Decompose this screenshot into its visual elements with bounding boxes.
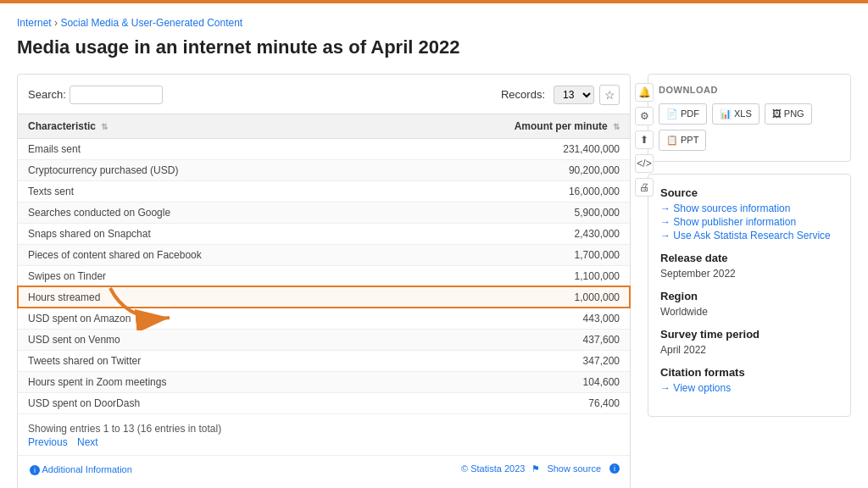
table-row[interactable]: Hours streamed 1,000,000 bbox=[18, 286, 630, 308]
table-row[interactable]: Swipes on Tinder 1,100,000 bbox=[18, 265, 630, 286]
col-characteristic-header[interactable]: Characteristic ⇅ bbox=[18, 114, 389, 138]
table-footer: Showing entries 1 to 13 (16 entries in t… bbox=[18, 414, 630, 452]
region-section: Region Worldwide bbox=[660, 290, 838, 318]
cell-amount: 1,100,000 bbox=[389, 265, 630, 286]
records-label: Records: bbox=[501, 88, 545, 101]
cell-amount: 231,400,000 bbox=[389, 138, 630, 159]
share-button[interactable]: ⬆ bbox=[635, 130, 654, 149]
download-pdf-button[interactable]: 📄 PDF bbox=[659, 103, 707, 125]
citation-section: Citation formats View options bbox=[660, 366, 838, 394]
search-label: Search: bbox=[28, 88, 66, 101]
page-title: Media usage in an internet minute as of … bbox=[17, 36, 851, 60]
cell-amount: 5,900,000 bbox=[389, 202, 630, 223]
data-table: Characteristic ⇅ Amount per minute ⇅ Ema… bbox=[18, 114, 630, 414]
table-row[interactable]: Cryptocurrency purchased (USD) 90,200,00… bbox=[18, 159, 630, 180]
cell-amount: 347,200 bbox=[389, 350, 630, 371]
survey-period-value: April 2022 bbox=[660, 344, 838, 356]
table-row[interactable]: Snaps shared on Snapchat 2,430,000 bbox=[18, 223, 630, 244]
cell-characteristic: USD spent on Amazon bbox=[18, 308, 389, 329]
print-button[interactable]: 🖨 bbox=[635, 178, 654, 197]
flag-icon: ⚑ bbox=[531, 463, 540, 474]
cell-characteristic: Pieces of content shared on Facebook bbox=[18, 244, 389, 265]
cell-amount: 16,000,000 bbox=[389, 180, 630, 202]
entries-count: Showing entries 1 to 13 (16 entries in t… bbox=[28, 423, 620, 435]
records-select[interactable]: 13 25 50 bbox=[554, 86, 594, 104]
release-date-value: September 2022 bbox=[660, 268, 838, 280]
embed-button[interactable]: </> bbox=[635, 154, 654, 173]
cell-characteristic: Texts sent bbox=[18, 180, 389, 202]
cell-characteristic: Hours streamed bbox=[18, 286, 389, 308]
citation-link[interactable]: View options bbox=[660, 382, 838, 394]
cell-characteristic: Cryptocurrency purchased (USD) bbox=[18, 159, 389, 180]
show-source-link[interactable]: Show source bbox=[547, 463, 601, 474]
source-info-icon: i bbox=[609, 463, 620, 474]
prev-link[interactable]: Previous bbox=[28, 436, 68, 448]
sort-arrows-amount: ⇅ bbox=[613, 122, 620, 131]
source-title: Source bbox=[660, 186, 838, 199]
bell-button[interactable]: 🔔 bbox=[635, 83, 654, 102]
table-row[interactable]: Hours spent in Zoom meetings 104,600 bbox=[18, 371, 630, 392]
cell-amount: 1,700,000 bbox=[389, 244, 630, 265]
show-sources-link[interactable]: Show sources information bbox=[660, 202, 838, 214]
data-table-container: Search: Records: 13 25 50 ☆ bbox=[17, 74, 631, 488]
bookmark-button[interactable]: ☆ bbox=[599, 85, 620, 105]
cell-characteristic: Hours spent in Zoom meetings bbox=[18, 371, 389, 392]
download-xls-button[interactable]: 📊 XLS bbox=[712, 103, 760, 125]
cell-characteristic: Searches conducted on Google bbox=[18, 202, 389, 223]
cell-amount: 2,430,000 bbox=[389, 223, 630, 244]
table-row[interactable]: Tweets shared on Twitter 347,200 bbox=[18, 350, 630, 371]
download-title: DOWNLOAD bbox=[659, 85, 840, 95]
png-label: PNG bbox=[784, 108, 804, 119]
additional-info-link[interactable]: i Additional Information bbox=[28, 464, 132, 474]
release-date-title: Release date bbox=[660, 252, 838, 264]
cell-characteristic: USD spent on DoorDash bbox=[18, 392, 389, 413]
cell-amount: 90,200,000 bbox=[389, 159, 630, 180]
breadcrumb-social-media[interactable]: Social Media & User-Generated Content bbox=[60, 17, 242, 29]
info-circle-icon: i bbox=[30, 465, 40, 475]
cell-amount: 104,600 bbox=[389, 371, 630, 392]
region-title: Region bbox=[660, 290, 838, 302]
table-row[interactable]: Emails sent 231,400,000 bbox=[18, 138, 630, 159]
source-section: Source Show sources information Show pub… bbox=[660, 186, 838, 241]
cell-characteristic: Emails sent bbox=[18, 138, 389, 159]
show-publisher-link[interactable]: Show publisher information bbox=[660, 216, 838, 228]
col-amount-header[interactable]: Amount per minute ⇅ bbox=[389, 114, 630, 138]
breadcrumb: Internet › Social Media & User-Generated… bbox=[17, 17, 851, 29]
table-wrapper: Characteristic ⇅ Amount per minute ⇅ Ema… bbox=[18, 114, 630, 414]
info-box: Source Show sources information Show pub… bbox=[648, 174, 851, 417]
table-row[interactable]: USD sent on Venmo 437,600 bbox=[18, 329, 630, 350]
cell-characteristic: Swipes on Tinder bbox=[18, 265, 389, 286]
sort-arrows-char: ⇅ bbox=[101, 122, 108, 131]
table-row[interactable]: USD spent on Amazon 443,000 bbox=[18, 308, 630, 329]
table-row[interactable]: Texts sent 16,000,000 bbox=[18, 180, 630, 202]
table-row[interactable]: USD spent on DoorDash 76,400 bbox=[18, 392, 630, 413]
citation-title: Citation formats bbox=[660, 366, 838, 379]
table-bottom-bar: i Additional Information © Statista 2023… bbox=[18, 455, 630, 479]
statista-credit: © Statista 2023 bbox=[461, 463, 525, 474]
side-icons: 🔔 ⚙ ⬆ </> 🖨 bbox=[635, 83, 654, 197]
cell-amount: 437,600 bbox=[389, 329, 630, 350]
png-icon: 🖼 bbox=[772, 108, 782, 119]
download-ppt-button[interactable]: 📋 PPT bbox=[659, 130, 706, 151]
survey-period-title: Survey time period bbox=[660, 328, 838, 341]
table-toolbar: Search: Records: 13 25 50 ☆ bbox=[18, 85, 630, 114]
download-box: DOWNLOAD 📄 PDF 📊 XLS 🖼 PNG bbox=[648, 74, 851, 162]
cell-characteristic: Snaps shared on Snapchat bbox=[18, 223, 389, 244]
table-row[interactable]: Pieces of content shared on Facebook 1,7… bbox=[18, 244, 630, 265]
search-input[interactable] bbox=[70, 86, 163, 104]
ask-statista-link[interactable]: Use Ask Statista Research Service bbox=[660, 230, 838, 241]
cell-amount: 76,400 bbox=[389, 392, 630, 413]
next-link[interactable]: Next bbox=[77, 436, 98, 448]
table-row[interactable]: Searches conducted on Google 5,900,000 bbox=[18, 202, 630, 223]
cell-amount: 1,000,000 bbox=[389, 286, 630, 308]
xls-label: XLS bbox=[734, 108, 752, 119]
gear-button[interactable]: ⚙ bbox=[635, 107, 654, 125]
sidebar: DOWNLOAD 📄 PDF 📊 XLS 🖼 PNG bbox=[648, 74, 851, 417]
ppt-label: PPT bbox=[681, 135, 698, 145]
download-png-button[interactable]: 🖼 PNG bbox=[765, 103, 812, 125]
breadcrumb-internet[interactable]: Internet bbox=[17, 17, 52, 29]
cell-characteristic: Tweets shared on Twitter bbox=[18, 350, 389, 371]
release-date-section: Release date September 2022 bbox=[660, 252, 838, 280]
survey-period-section: Survey time period April 2022 bbox=[660, 328, 838, 356]
xls-icon: 📊 bbox=[720, 108, 732, 119]
